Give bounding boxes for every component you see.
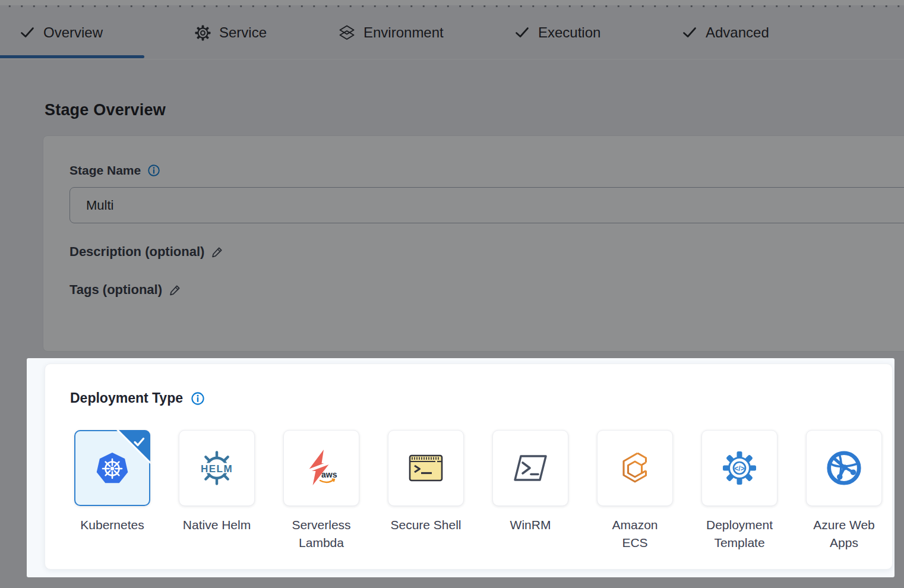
tab-service[interactable]: Service [195,8,267,58]
deployment-option-kubernetes: Kubernetes [74,430,150,552]
layers-icon [339,24,355,41]
tile-serverless-lambda[interactable]: aws [283,430,359,506]
tab-execution[interactable]: Execution [514,8,600,58]
tab-label: Service [219,24,267,41]
tile-label: Serverless Lambda [271,516,372,552]
deployment-option-winrm: WinRM [492,430,568,552]
deployment-option-native-helm: HELM Native Helm [179,430,255,552]
stage-tab-bar: Overview Service Env [0,8,904,60]
tile-deployment-template[interactable]: </> [701,430,777,506]
terminal-icon [406,449,445,487]
tile-label: Azure Web Apps [794,516,894,552]
svg-text:HELM: HELM [201,463,233,475]
stage-name-input[interactable] [69,187,904,223]
deployment-type-card: Deployment Type [45,363,893,570]
tab-advanced[interactable]: Advanced [682,8,769,58]
gear-code-icon: </> [720,449,758,487]
tile-label: Native Helm [166,516,267,534]
serverless-lambda-icon: aws [302,448,341,488]
tab-label: Advanced [706,24,769,41]
tile-label: WinRM [480,516,581,534]
tab-label: Environment [364,24,444,41]
tab-label: Overview [43,24,103,41]
selected-check-icon [132,435,146,449]
check-icon [682,25,697,40]
stage-configuration-page: Overview Service Env [0,0,904,588]
tile-kubernetes[interactable] [74,430,150,506]
check-icon [514,25,530,40]
tile-azure-web-apps[interactable] [806,430,882,506]
svg-text:aws: aws [321,470,337,479]
check-icon [20,25,35,40]
tile-amazon-ecs[interactable] [597,430,673,506]
tile-label: Kubernetes [62,516,163,534]
azure-globe-icon [824,448,864,488]
tile-label: Amazon ECS [584,516,685,552]
svg-text:</>: </> [734,464,744,473]
amazon-ecs-icon [616,449,654,487]
tile-label: Secure Shell [375,516,476,534]
deployment-type-title: Deployment Type [70,390,205,406]
info-icon[interactable] [191,391,205,406]
tile-winrm[interactable] [492,430,568,506]
edit-pencil-icon[interactable] [211,246,223,258]
deployment-option-secure-shell: Secure Shell [388,430,464,552]
deployment-type-options: Kubernetes [74,430,882,552]
deployment-option-deployment-template: </> Deployment Template [701,430,777,552]
deployment-option-amazon-ecs: Amazon ECS [597,430,673,552]
tab-label: Execution [538,24,600,41]
spotlight-overlay-panel: Deployment Type [27,358,894,577]
tags-label: Tags (optional) [69,282,181,298]
tile-secure-shell[interactable] [388,430,464,506]
powershell-icon [511,449,549,487]
helm-icon: HELM [197,448,237,488]
stage-overview-title: Stage Overview [45,101,166,119]
stage-overview-card: Stage Name Description (optional) Tags (… [43,135,904,352]
stage-name-label: Stage Name [69,163,160,178]
deployment-option-serverless-lambda: aws Serverless Lambda [283,430,359,552]
tile-native-helm[interactable]: HELM [179,430,255,506]
tab-overview[interactable]: Overview [20,8,103,58]
deployment-option-azure-web-apps: Azure Web Apps [806,430,882,552]
active-tab-underline [0,55,144,58]
kubernetes-icon [93,449,131,487]
tile-label: Deployment Template [689,516,790,552]
edit-pencil-icon[interactable] [169,284,181,296]
description-label: Description (optional) [69,244,223,260]
tab-environment[interactable]: Environment [339,8,444,58]
gear-icon [195,25,211,41]
info-icon[interactable] [147,164,160,177]
